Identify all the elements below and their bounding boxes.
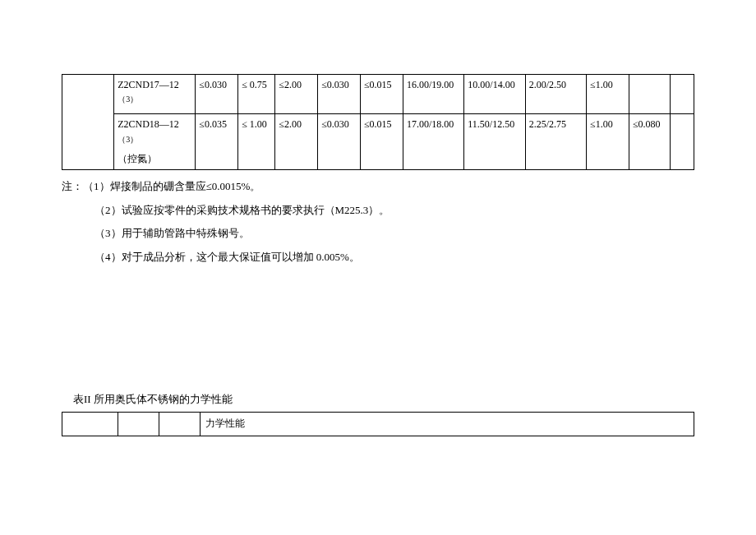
- material-name-cell: Z2CND17—12（3）: [114, 75, 196, 114]
- blank-cell: [62, 413, 118, 436]
- note-item: （3）用于辅助管路中特殊钢号。: [62, 222, 694, 246]
- value-cell: 10.00/14.00: [464, 75, 525, 114]
- table-mechanical: 力学性能: [62, 412, 694, 436]
- value-cell: ≤ 1.00: [238, 114, 275, 170]
- header-cell: 力学性能: [201, 413, 694, 436]
- blank-cell: [118, 413, 159, 436]
- material-name-cell: Z2CND18—12（3）（控氮）: [114, 114, 196, 170]
- table-row: 力学性能: [62, 413, 694, 436]
- note-item: （4）对于成品分析，这个最大保证值可以增加 0.005%。: [62, 246, 694, 270]
- value-cell: ≤0.035: [196, 114, 238, 170]
- note-item: 注：（1）焊接制品的硼含量应≤0.0015%。: [62, 175, 694, 199]
- value-cell: 2.00/2.50: [525, 75, 586, 114]
- value-cell: ≤1.00: [587, 75, 629, 114]
- value-cell: ≤0.030: [318, 114, 361, 170]
- value-cell: ≤ 0.75: [238, 75, 275, 114]
- value-cell: 16.00/19.00: [403, 75, 463, 114]
- table-row: Z2CND17—12（3） ≤0.030 ≤ 0.75 ≤2.00 ≤0.030…: [62, 75, 694, 114]
- value-cell: [629, 75, 670, 114]
- note-item: （2）试验应按零件的采购技术规格书的要求执行（M225.3）。: [62, 199, 694, 223]
- value-cell: ≤0.015: [361, 114, 403, 170]
- value-cell: ≤0.030: [318, 75, 361, 114]
- table-row: Z2CND18—12（3）（控氮） ≤0.035 ≤ 1.00 ≤2.00 ≤0…: [62, 114, 694, 170]
- table2-caption: 表II 所用奥氏体不锈钢的力学性能: [62, 392, 694, 407]
- table-chemistry: Z2CND17—12（3） ≤0.030 ≤ 0.75 ≤2.00 ≤0.030…: [62, 74, 694, 170]
- value-cell: 17.00/18.00: [403, 114, 463, 170]
- value-cell: 2.25/2.75: [525, 114, 586, 170]
- value-cell: 11.50/12.50: [464, 114, 525, 170]
- value-cell: ≤0.015: [361, 75, 403, 114]
- value-cell: ≤0.030: [196, 75, 238, 114]
- value-cell: [670, 114, 694, 170]
- value-cell: [670, 75, 694, 114]
- notes-block: 注：（1）焊接制品的硼含量应≤0.0015%。 （2）试验应按零件的采购技术规格…: [62, 175, 694, 269]
- blank-cell: [62, 75, 114, 170]
- blank-cell: [159, 413, 201, 436]
- value-cell: ≤2.00: [275, 114, 318, 170]
- value-cell: ≤1.00: [587, 114, 629, 170]
- value-cell: ≤0.080: [629, 114, 670, 170]
- value-cell: ≤2.00: [275, 75, 318, 114]
